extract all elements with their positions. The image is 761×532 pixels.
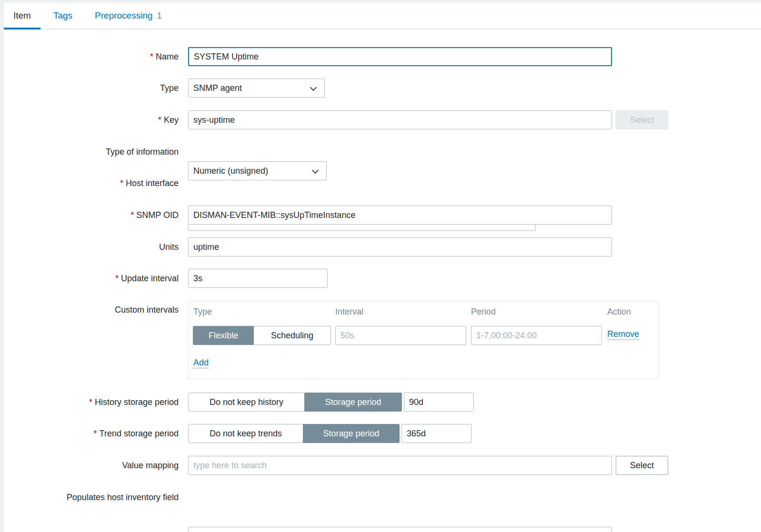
key-select-button: Select [616, 110, 668, 129]
required-marker: * [130, 210, 134, 220]
item-configuration-page: Item Tags Preprocessing 1 *Name Type SNM… [0, 0, 761, 532]
populates-host-inventory-label: Populates host inventory field [0, 488, 179, 507]
required-marker: * [115, 274, 119, 283]
history-do-not-keep-option[interactable]: Do not keep history [188, 393, 305, 412]
type-label: Type [0, 79, 179, 98]
name-label: *Name [0, 47, 179, 66]
snmp-oid-input[interactable] [188, 206, 612, 225]
ci-col-action: Action [607, 307, 631, 317]
trend-value-input[interactable] [401, 424, 471, 443]
snmp-oid-label: *SNMP OID [0, 206, 179, 225]
type-of-information-label: Type of information [0, 142, 179, 161]
name-input[interactable] [188, 47, 612, 66]
value-mapping-select-button[interactable]: Select [616, 456, 668, 475]
history-toggle: Do not keep history Storage period [188, 393, 402, 412]
description-input-partial[interactable] [188, 527, 612, 532]
type-of-information-value: Numeric (unsigned) [193, 166, 268, 176]
tab-preprocessing-label: Preprocessing [95, 10, 152, 21]
ci-col-interval: Interval [335, 307, 363, 317]
history-storage-period-option[interactable]: Storage period [304, 393, 402, 412]
ci-col-type: Type [193, 307, 212, 317]
required-marker: * [94, 429, 97, 438]
value-mapping-label: Value mapping [0, 456, 179, 475]
ci-type-toggle: Flexible Scheduling [193, 326, 331, 345]
host-interface-label: *Host interface [0, 174, 179, 193]
ci-type-flexible-option[interactable]: Flexible [193, 326, 254, 345]
tab-tags[interactable]: Tags [44, 3, 82, 29]
value-mapping-input[interactable] [188, 456, 612, 475]
key-input[interactable] [188, 110, 612, 129]
key-label: *Key [0, 110, 179, 129]
history-storage-period-label: *History storage period [0, 393, 179, 412]
ci-type-scheduling-option[interactable]: Scheduling [254, 326, 331, 345]
tab-preprocessing-count: 1 [157, 10, 162, 21]
units-input[interactable] [188, 237, 612, 256]
chevron-down-icon [310, 84, 317, 91]
type-select-value: SNMP agent [193, 83, 242, 93]
history-value-input[interactable] [404, 393, 474, 412]
units-label: Units [0, 237, 179, 256]
ci-period-input[interactable] [471, 326, 602, 345]
trend-storage-period-label: *Trend storage period [0, 424, 179, 443]
type-of-information-select[interactable]: Numeric (unsigned) [188, 161, 327, 180]
update-interval-input[interactable] [188, 269, 328, 288]
custom-intervals-label: Custom intervals [0, 304, 179, 316]
required-marker: * [158, 115, 161, 125]
required-marker: * [120, 178, 123, 188]
ci-add-link[interactable]: Add [193, 358, 209, 368]
required-marker: * [150, 52, 153, 61]
custom-intervals-table: Type Interval Period Action Flexible Sch… [188, 301, 659, 379]
ci-remove-link[interactable]: Remove [607, 329, 639, 340]
trend-do-not-keep-option[interactable]: Do not keep trends [188, 424, 303, 443]
tab-item-label: Item [13, 10, 31, 21]
chevron-down-icon [312, 167, 319, 174]
trend-toggle: Do not keep trends Storage period [188, 424, 400, 443]
trend-storage-period-option[interactable]: Storage period [303, 424, 400, 443]
tab-item[interactable]: Item [4, 3, 40, 29]
ci-interval-input[interactable] [335, 326, 466, 345]
tab-tags-label: Tags [53, 10, 72, 21]
tab-bar: Item Tags Preprocessing 1 [4, 3, 761, 30]
tab-preprocessing[interactable]: Preprocessing 1 [85, 3, 171, 29]
required-marker: * [89, 397, 92, 407]
type-select[interactable]: SNMP agent [188, 79, 325, 98]
ci-col-period: Period [471, 307, 496, 317]
update-interval-label: *Update interval [0, 269, 179, 288]
